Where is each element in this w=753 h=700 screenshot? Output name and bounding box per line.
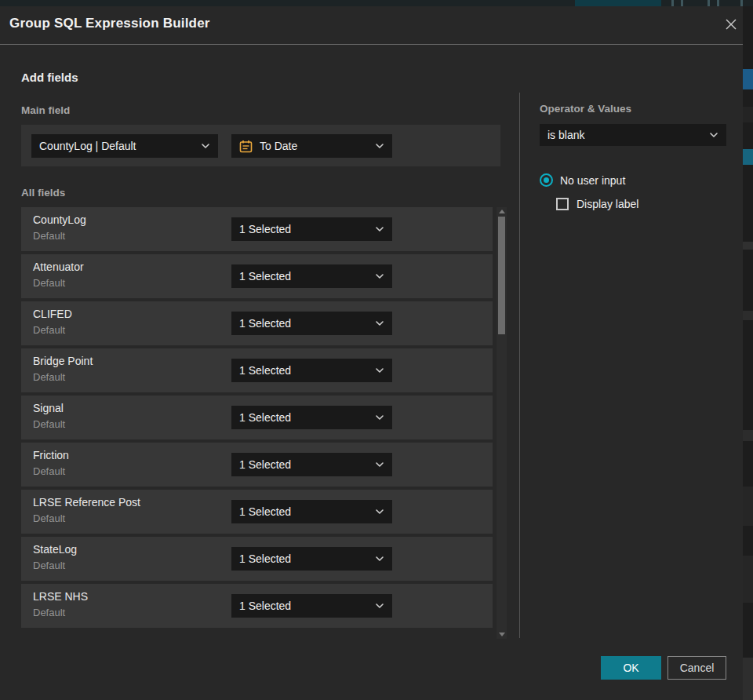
field-sublabel: Default	[33, 607, 65, 618]
field-sublabel: Default	[33, 324, 65, 336]
field-selected-value: 1 Selected	[239, 552, 369, 565]
operator-values-label: Operator & Values	[540, 103, 631, 115]
field-row: LRSE Reference Post Default 1 Selected	[21, 490, 493, 534]
all-fields-list: CountyLog Default 1 Selected Attenuator …	[21, 207, 493, 631]
chevron-down-icon	[375, 509, 384, 515]
main-field-label: Main field	[21, 104, 70, 116]
field-name: StateLog	[33, 543, 77, 556]
field-sublabel: Default	[33, 277, 65, 289]
field-selected-dropdown[interactable]: 1 Selected	[231, 359, 392, 382]
field-sublabel: Default	[33, 371, 65, 383]
chevron-down-icon	[375, 367, 384, 374]
chevron-down-icon	[375, 461, 384, 468]
background-panel-fragment	[743, 658, 753, 700]
add-fields-heading: Add fields	[21, 71, 78, 84]
field-selected-dropdown[interactable]: 1 Selected	[231, 406, 392, 429]
main-field-select[interactable]: CountyLog | Default	[31, 134, 218, 158]
live-view-toggle[interactable]: Live view	[575, 0, 661, 6]
dialog-header: Group SQL Expression Builder	[0, 6, 743, 45]
field-selected-dropdown[interactable]: 1 Selected	[231, 453, 392, 476]
background-panel-fragment	[743, 311, 753, 320]
field-selected-value: 1 Selected	[239, 270, 369, 283]
display-label-text: Display label	[577, 198, 638, 210]
field-sublabel: Default	[33, 560, 65, 571]
field-name: LRSE Reference Post	[33, 496, 140, 509]
chevron-down-icon	[201, 143, 210, 149]
field-name: CLIFED	[33, 308, 72, 320]
display-label-checkbox[interactable]: Display label	[556, 198, 638, 210]
no-user-input-radio[interactable]: No user input	[540, 173, 625, 187]
field-selected-value: 1 Selected	[239, 600, 369, 612]
panel-divider	[519, 93, 520, 638]
background-toolbar-fragment	[681, 0, 683, 6]
field-row: Bridge Point Default 1 Selected	[21, 348, 493, 392]
calendar-date-icon	[239, 140, 253, 153]
field-row: Friction Default 1 Selected	[21, 443, 493, 487]
live-view-label: Live view	[603, 0, 642, 2]
chevron-down-icon	[375, 320, 384, 326]
field-selected-dropdown[interactable]: 1 Selected	[231, 217, 392, 241]
field-selected-value: 1 Selected	[239, 458, 369, 471]
main-field-select-value: CountyLog | Default	[39, 140, 195, 152]
radio-selected-icon	[540, 173, 553, 187]
close-icon	[724, 17, 738, 31]
scroll-up-icon[interactable]	[499, 210, 505, 213]
background-panel-fragment	[743, 149, 753, 165]
close-button[interactable]	[720, 13, 742, 35]
field-name: Bridge Point	[33, 355, 93, 367]
scroll-down-icon[interactable]	[499, 633, 505, 636]
background-panel-fragment	[743, 107, 753, 122]
background-panel-fragment	[743, 556, 753, 603]
fields-scrollbar[interactable]	[497, 207, 507, 639]
field-name: LRSE NHS	[33, 590, 88, 603]
chevron-down-icon	[375, 556, 384, 562]
dialog-title: Group SQL Expression Builder	[9, 16, 210, 31]
chevron-down-icon	[375, 226, 384, 232]
no-user-input-label: No user input	[560, 174, 625, 187]
chevron-down-icon	[709, 132, 718, 138]
field-selected-dropdown[interactable]: 1 Selected	[231, 594, 392, 618]
all-fields-label: All fields	[21, 187, 65, 199]
main-field-panel: CountyLog | Default To Date	[21, 125, 500, 166]
background-app-top-strip: Live view	[0, 0, 753, 6]
chevron-down-icon	[375, 273, 384, 279]
field-name: Friction	[33, 449, 69, 461]
main-field-value: To Date	[260, 140, 369, 152]
checkbox-unchecked-icon	[556, 198, 569, 210]
field-sublabel: Default	[33, 230, 65, 242]
field-selected-dropdown[interactable]: 1 Selected	[231, 264, 392, 288]
field-sublabel: Default	[33, 465, 65, 477]
field-selected-dropdown[interactable]: 1 Selected	[231, 547, 392, 571]
field-selected-value: 1 Selected	[239, 317, 369, 330]
field-selected-dropdown[interactable]: 1 Selected	[231, 312, 392, 335]
chevron-down-icon	[375, 603, 384, 609]
chevron-down-icon	[375, 143, 384, 149]
scrollbar-thumb[interactable]	[498, 217, 505, 334]
operator-select[interactable]: is blank	[540, 124, 726, 146]
field-selected-value: 1 Selected	[239, 505, 369, 518]
chevron-down-icon	[375, 414, 384, 421]
background-toolbar-fragment	[671, 0, 674, 6]
ok-button[interactable]: OK	[601, 656, 661, 680]
field-selected-value: 1 Selected	[239, 411, 369, 424]
field-selected-value: 1 Selected	[239, 223, 369, 235]
operator-select-value: is blank	[547, 129, 703, 141]
field-sublabel: Default	[33, 418, 65, 430]
field-row: CLIFED Default 1 Selected	[21, 301, 493, 345]
field-row: CountyLog Default 1 Selected	[21, 207, 493, 251]
background-panel-fragment	[743, 242, 753, 250]
field-name: Attenuator	[33, 261, 84, 273]
background-toolbar-fragment	[717, 0, 719, 6]
main-field-value-select[interactable]: To Date	[231, 134, 392, 158]
field-sublabel: Default	[33, 512, 65, 524]
background-toolbar-fragment	[708, 0, 710, 6]
background-app-right-strip	[743, 6, 753, 700]
field-selected-dropdown[interactable]: 1 Selected	[231, 500, 392, 523]
field-name: Signal	[33, 402, 64, 414]
field-selected-value: 1 Selected	[239, 364, 369, 377]
background-panel-fragment	[743, 487, 753, 526]
cancel-button[interactable]: Cancel	[668, 656, 726, 680]
field-name: CountyLog	[33, 213, 86, 226]
background-panel-fragment	[743, 69, 753, 89]
background-panel-fragment	[743, 430, 753, 441]
